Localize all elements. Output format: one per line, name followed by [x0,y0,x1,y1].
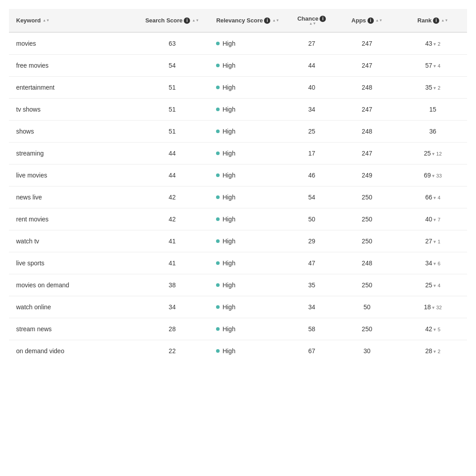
cell-apps: 50 [335,296,398,318]
cell-rank: 34 ▾ 6 [398,252,467,274]
relevancy-label: High [222,172,235,179]
col-header-rank[interactable]: Rank i ▲▼ [398,9,467,32]
cell-apps: 248 [335,252,398,274]
rank-change-value: 2 [437,85,440,91]
rank-change-value: 5 [437,327,440,332]
cell-relevancy-score: High [209,164,288,186]
relevancy-label: High [222,216,235,223]
rank-change-value: 2 [437,349,440,354]
relevancy-dot [216,151,220,155]
cell-apps: 250 [335,208,398,230]
cell-chance: 29 [288,230,336,252]
apps-sort-arrows[interactable]: ▲▼ [376,19,383,22]
col-header-search-score[interactable]: Search Score i ▲▼ [135,9,209,32]
col-header-apps[interactable]: Apps i ▲▼ [335,9,398,32]
relevancy-label: High [222,40,235,47]
rank-value: 57 [425,62,433,69]
relevancy-dot [216,239,220,243]
cell-chance: 34 [288,99,336,121]
relevancy-label: High [222,303,235,311]
cell-rank: 28 ▾ 2 [398,340,467,362]
table-row: entertainment51High4024835 ▾ 2 [9,77,467,99]
relevancy-label: High [222,84,235,91]
rank-change-arrow: ▾ [432,239,437,244]
cell-search-score: 22 [135,340,209,362]
relevancy-dot [216,173,220,177]
rank-value: 25 [425,281,433,289]
rank-change-arrow: ▾ [432,261,437,266]
cell-rank: 66 ▾ 4 [398,186,467,208]
rank-sort-arrows[interactable]: ▲▼ [441,19,448,22]
rank-change-value: 1 [437,239,440,244]
cell-chance: 34 [288,296,336,318]
table-row: watch tv41High2925027 ▾ 1 [9,230,467,252]
col-header-relevancy-score[interactable]: Relevancy Score i ▲▼ [209,9,288,32]
rank-change-arrow: ▾ [431,151,436,156]
relevancy-dot [216,283,220,287]
cell-search-score: 42 [135,186,209,208]
cell-relevancy-score: High [209,32,288,55]
cell-rank: 35 ▾ 2 [398,77,467,99]
search-score-sort-arrows[interactable]: ▲▼ [192,19,199,22]
cell-keyword: shows [9,121,135,143]
keyword-sort-arrows[interactable]: ▲▼ [43,19,50,22]
table-row: on demand video22High673028 ▾ 2 [9,340,467,362]
cell-search-score: 44 [135,164,209,186]
cell-apps: 247 [335,143,398,164]
col-header-chance[interactable]: Chance i ▲▼ [288,9,336,32]
cell-keyword: watch online [9,296,135,318]
table-row: movies on demand38High3525025 ▾ 4 [9,274,467,296]
cell-search-score: 34 [135,296,209,318]
cell-chance: 40 [288,77,336,99]
rank-info-icon: i [433,17,439,24]
table-header-row: Keyword ▲▼ Search Score i ▲▼ Relevancy S… [9,9,467,32]
chance-sort-arrows[interactable]: ▲▼ [309,22,316,26]
col-apps-label: Apps [351,17,366,24]
rank-change-value: 2 [437,41,440,47]
rank-change-arrow: ▾ [432,349,437,354]
cell-rank: 27 ▾ 1 [398,230,467,252]
rank-change-value: 4 [437,283,440,288]
table-row: watch online34High345018 ▾ 32 [9,296,467,318]
cell-chance: 17 [288,143,336,164]
col-search-label: Search Score [145,17,182,24]
rank-value: 69 [424,172,431,179]
rank-change-value: 32 [436,305,441,310]
cell-search-score: 28 [135,318,209,340]
cell-apps: 247 [335,55,398,77]
cell-search-score: 42 [135,208,209,230]
cell-search-score: 51 [135,77,209,99]
cell-rank: 57 ▾ 4 [398,55,467,77]
relevancy-sort-arrows[interactable]: ▲▼ [272,19,279,22]
rank-value: 18 [424,303,431,311]
cell-rank: 18 ▾ 32 [398,296,467,318]
relevancy-label: High [222,238,235,245]
keywords-table: Keyword ▲▼ Search Score i ▲▼ Relevancy S… [9,9,467,362]
cell-apps: 247 [335,99,398,121]
cell-rank: 25 ▾ 4 [398,274,467,296]
chance-info-icon: i [320,16,326,22]
table-row: tv shows51High3424715 [9,99,467,121]
table-row: news live42High5425066 ▾ 4 [9,186,467,208]
table-body: movies63High2724743 ▾ 2free movies54High… [9,32,467,362]
rank-value: 34 [425,260,433,267]
cell-keyword: tv shows [9,99,135,121]
cell-keyword: watch tv [9,230,135,252]
relevancy-dot [216,327,220,331]
cell-keyword: movies [9,32,135,55]
table-row: free movies54High4424757 ▾ 4 [9,55,467,77]
cell-chance: 54 [288,186,336,208]
rank-value: 28 [425,347,433,355]
cell-keyword: movies on demand [9,274,135,296]
relevancy-label: High [222,347,235,355]
col-header-keyword[interactable]: Keyword ▲▼ [9,9,135,32]
cell-keyword: streaming [9,143,135,164]
table-row: stream news28High5825042 ▾ 5 [9,318,467,340]
cell-relevancy-score: High [209,340,288,362]
rank-change-arrow: ▾ [431,305,436,310]
cell-rank: 43 ▾ 2 [398,32,467,55]
cell-keyword: entertainment [9,77,135,99]
relevancy-label: High [222,194,235,201]
rank-value: 42 [425,325,433,333]
cell-relevancy-score: High [209,55,288,77]
